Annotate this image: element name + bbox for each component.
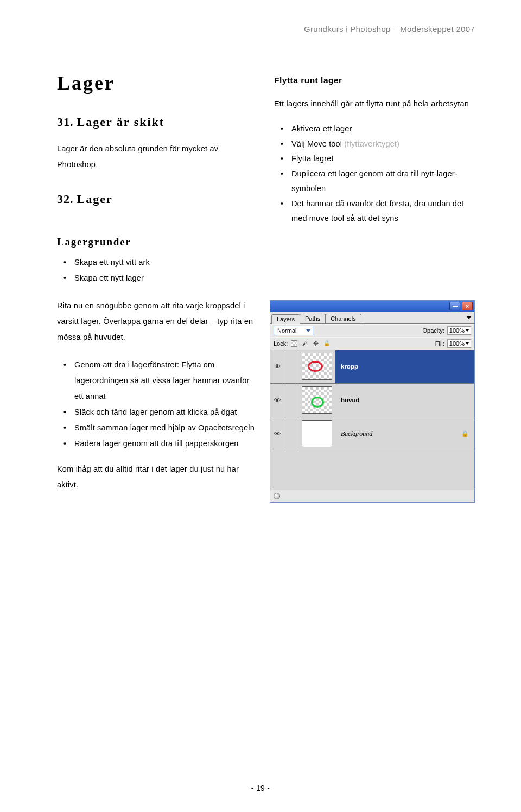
left-column: Lager 31. Lager är skikt Lager är den ab… — [57, 72, 258, 226]
layer-thumbnail — [302, 386, 332, 414]
instructions-list: Genom att dra i lagerfönstret: Flytta om… — [57, 357, 258, 452]
fx-icon[interactable] — [274, 493, 280, 499]
bullet-item: Det hamnar då ovanför det första, dra un… — [274, 196, 475, 226]
link-column[interactable] — [285, 350, 298, 383]
fill-label: Fill: — [435, 340, 444, 347]
bullet-item: Genom att dra i lagerfönstret: Flytta om… — [57, 357, 258, 404]
section-31-number: 31. — [57, 115, 74, 129]
lower-two-column: Rita nu en snögubbe genom att rita varje… — [57, 298, 475, 503]
lagergrunder-heading: Lagergrunder — [57, 236, 475, 248]
tab-paths[interactable]: Paths — [300, 314, 326, 323]
chapter-heading: Lager — [57, 72, 258, 94]
chevron-down-icon — [306, 329, 310, 332]
lower-left-column: Rita nu en snögubbe genom att rita varje… — [57, 298, 258, 503]
bullet-item: Radera lager genom att dra till pappersk… — [57, 436, 258, 452]
lower-right-column: × Layers Paths Channels Normal — [274, 298, 475, 503]
bullet-item: Skapa ett nytt vitt ark — [57, 255, 475, 270]
layers-panel-screenshot: × Layers Paths Channels Normal — [270, 300, 475, 503]
two-column-layout: Lager 31. Lager är skikt Lager är den ab… — [57, 72, 475, 226]
bullet-item: Smält samman lager med hjälp av Opacitet… — [57, 420, 258, 436]
blend-opacity-row: Normal Opacity: 100% — [270, 324, 474, 337]
lock-icon: 🔒 — [461, 430, 469, 437]
visibility-toggle[interactable]: 👁 — [270, 350, 285, 383]
fill-input[interactable]: 100% — [447, 339, 471, 348]
lock-position-icon[interactable] — [312, 340, 319, 347]
layer-name-text: huvud — [341, 397, 360, 403]
kom-ihag-paragraph: Kom ihåg att du alltid ritar i det lager… — [57, 461, 258, 493]
page-header: Grundkurs i Photoshop – Moderskeppet 200… — [57, 24, 475, 34]
section-31-paragraph: Lager är den absoluta grunden för mycket… — [57, 141, 258, 173]
lock-transparency-icon[interactable] — [290, 340, 297, 347]
bullet-item: Aktivera ett lager — [274, 122, 475, 137]
layer-name[interactable]: huvud — [335, 384, 474, 417]
layer-name[interactable]: Background 🔒 — [335, 417, 474, 451]
bullet-item: Duplicera ett lager genom att dra till n… — [274, 167, 475, 196]
layer-name-text: kropp — [341, 363, 358, 370]
eye-icon: 👁 — [274, 396, 281, 404]
bullet-item: Välj Move tool (flyttaverktyget) — [274, 137, 475, 152]
bullet-item: Släck och tänd lager genom att klicka på… — [57, 404, 258, 420]
layer-name[interactable]: kropp — [335, 350, 474, 383]
bullet-item: Flytta lagret — [274, 151, 475, 167]
blend-mode-select[interactable]: Normal — [274, 326, 313, 335]
tab-channels[interactable]: Channels — [325, 314, 361, 323]
flytta-paragraph: Ett lagers innehåll går att flytta runt … — [274, 96, 475, 112]
minimize-button[interactable] — [449, 302, 460, 310]
layer-name-text: Background — [341, 430, 372, 438]
opacity-value: 100% — [449, 327, 465, 334]
eye-icon: 👁 — [274, 363, 281, 371]
section-32-number: 32. — [57, 192, 74, 206]
eye-icon: 👁 — [274, 430, 281, 438]
opacity-label: Opacity: — [423, 327, 444, 334]
lock-pixels-icon[interactable] — [301, 340, 308, 347]
layer-thumbnail — [302, 353, 332, 380]
lagergrunder-list: Skapa ett nytt vitt ark Skapa ett nytt l… — [57, 255, 475, 286]
section-31-title: Lager är skikt — [77, 115, 165, 129]
triangle-down-icon — [466, 342, 469, 345]
opacity-input[interactable]: 100% — [447, 326, 471, 335]
lock-label: Lock: — [274, 340, 288, 347]
panel-titlebar: × — [270, 301, 474, 312]
right-column: Flytta runt lager Ett lagers innehåll gå… — [274, 72, 475, 226]
tab-layers[interactable]: Layers — [271, 314, 300, 324]
flytta-bullet-list: Aktivera ett lager Välj Move tool (flytt… — [274, 122, 475, 226]
red-ring-icon — [308, 361, 323, 372]
layer-row-kropp[interactable]: 👁 kropp — [270, 350, 474, 384]
visibility-toggle[interactable]: 👁 — [270, 384, 285, 417]
link-column[interactable] — [285, 384, 298, 417]
layer-thumbnail — [302, 420, 332, 447]
panel-footer — [270, 490, 474, 502]
triangle-down-icon — [466, 329, 469, 332]
empty-layers-area — [270, 451, 474, 490]
layer-row-huvud[interactable]: 👁 huvud — [270, 384, 474, 417]
layers-panel: × Layers Paths Channels Normal — [270, 300, 475, 503]
page-number-footer: - 19 - — [0, 784, 521, 792]
lock-icon-group — [290, 340, 330, 347]
panel-tabs: Layers Paths Channels — [270, 312, 474, 324]
green-ring-icon — [311, 397, 324, 408]
snogubbe-paragraph: Rita nu en snögubbe genom att rita varje… — [57, 298, 258, 345]
flytta-heading: Flytta runt lager — [274, 72, 475, 88]
bullet-text: Välj Move tool — [291, 139, 344, 148]
blend-mode-value: Normal — [277, 327, 296, 334]
visibility-toggle[interactable]: 👁 — [270, 417, 285, 451]
section-32-title: Lager — [77, 192, 113, 206]
close-button[interactable]: × — [462, 302, 473, 310]
fill-value: 100% — [449, 340, 465, 347]
bullet-grey-text: (flyttaverktyget) — [344, 139, 399, 148]
lock-fill-row: Lock: Fill: 100% — [270, 337, 474, 350]
panel-menu-icon[interactable] — [467, 316, 471, 319]
lock-all-icon[interactable] — [323, 340, 330, 347]
document-page: Grundkurs i Photoshop – Moderskeppet 200… — [0, 0, 521, 812]
bullet-item: Skapa ett nytt lager — [57, 270, 475, 286]
layers-list: 👁 kropp 👁 huvud 👁 — [270, 350, 474, 490]
link-column[interactable] — [285, 417, 298, 451]
layer-row-background[interactable]: 👁 Background 🔒 — [270, 417, 474, 451]
